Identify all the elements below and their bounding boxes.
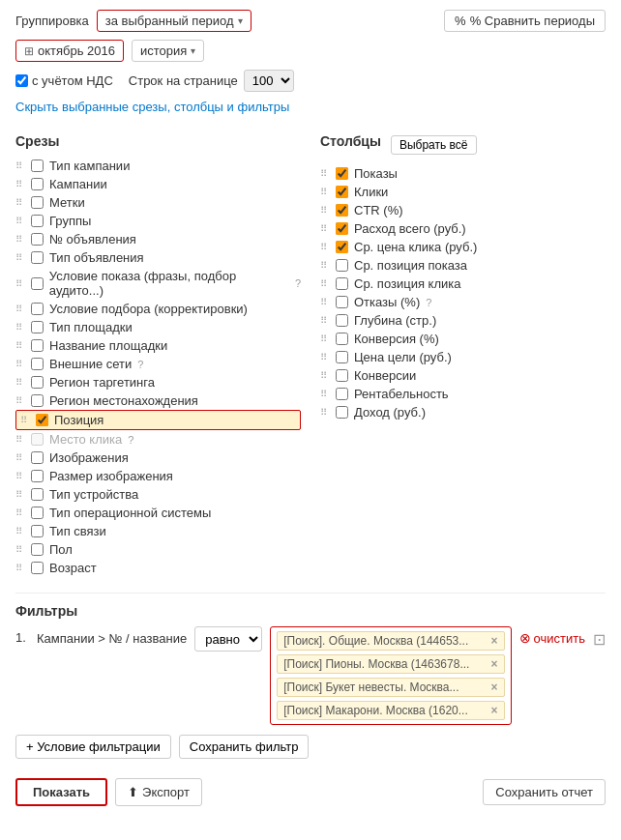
drag-handle-icon[interactable]: ⠿	[15, 216, 25, 226]
drag-handle-icon[interactable]: ⠿	[320, 333, 330, 344]
drag-handle-icon[interactable]: ⠿	[320, 187, 330, 197]
drag-handle-icon[interactable]: ⠿	[15, 359, 25, 369]
filter-delete-button[interactable]: ⊡	[593, 626, 606, 649]
slice-checkbox-os_type[interactable]	[31, 507, 44, 519]
date-picker-button[interactable]: ⊞ октябрь 2016	[15, 40, 124, 62]
toggle-slices-link[interactable]: Скрыть выбранные срезы, столбцы и фильтр…	[15, 100, 289, 114]
drag-handle-icon[interactable]: ⠿	[15, 544, 25, 555]
drag-handle-icon[interactable]: ⠿	[15, 563, 25, 573]
slice-checkbox-tags[interactable]	[31, 196, 44, 209]
drag-handle-icon[interactable]: ⠿	[15, 434, 25, 445]
add-filter-condition-button[interactable]: + Условие фильтрации	[15, 735, 171, 759]
slice-checkbox-image_size[interactable]	[31, 470, 44, 482]
column-checkbox-profitability[interactable]	[336, 388, 348, 400]
slice-checkbox-campaigns[interactable]	[31, 178, 44, 190]
column-checkbox-shows[interactable]	[336, 167, 348, 180]
column-checkbox-avg_show_pos[interactable]	[336, 259, 348, 272]
slice-checkbox-location_region[interactable]	[31, 394, 44, 407]
save-report-button[interactable]: Сохранить отчет	[483, 779, 606, 805]
info-icon[interactable]: ?	[426, 297, 431, 308]
grouping-dropdown[interactable]: за выбранный период ▾	[97, 10, 251, 32]
export-button[interactable]: ⬆ Экспорт	[115, 778, 202, 806]
slice-checkbox-site_name[interactable]	[31, 339, 44, 352]
tag-close-button[interactable]: ×	[491, 634, 498, 648]
column-checkbox-income[interactable]	[336, 406, 348, 419]
column-checkbox-clicks[interactable]	[336, 186, 348, 198]
drag-handle-icon[interactable]: ⠿	[15, 377, 25, 388]
drag-handle-icon[interactable]: ⠿	[15, 234, 25, 245]
drag-handle-icon[interactable]: ⠿	[15, 252, 25, 263]
column-checkbox-avg_click_price[interactable]	[336, 241, 348, 253]
drag-handle-icon[interactable]: ⠿	[15, 526, 25, 536]
ndc-checkbox-label[interactable]: с учётом НДС	[15, 73, 113, 88]
drag-handle-icon[interactable]: ⠿	[15, 160, 25, 171]
drag-handle-icon[interactable]: ⠿	[15, 395, 25, 406]
select-all-button[interactable]: Выбрать всё	[391, 135, 477, 155]
drag-handle-icon[interactable]: ⠿	[15, 489, 25, 500]
column-checkbox-total_cost[interactable]	[336, 222, 348, 235]
info-icon[interactable]: ?	[295, 277, 301, 289]
drag-handle-icon[interactable]: ⠿	[320, 389, 330, 399]
slice-checkbox-site_type[interactable]	[31, 321, 44, 333]
drag-handle-icon[interactable]: ⠿	[15, 179, 25, 189]
tag-close-button[interactable]: ×	[491, 657, 498, 671]
drag-handle-icon[interactable]: ⠿	[320, 205, 330, 216]
column-checkbox-bounces[interactable]	[336, 296, 348, 308]
drag-handle-icon[interactable]: ⠿	[15, 452, 25, 463]
slice-item-ad_num: ⠿№ объявления	[15, 230, 301, 248]
drag-handle-icon[interactable]: ⠿	[15, 278, 25, 289]
drag-handle-icon[interactable]: ⠿	[320, 168, 330, 179]
compare-periods-button[interactable]: % % Сравнить периоды	[444, 10, 606, 32]
tag-close-button[interactable]: ×	[491, 681, 498, 694]
column-checkbox-conversions[interactable]	[336, 369, 348, 382]
filter-clear-button[interactable]: ⊗ очистить	[519, 626, 585, 646]
drag-handle-icon[interactable]: ⠿	[320, 223, 330, 234]
drag-handle-icon[interactable]: ⠿	[320, 315, 330, 326]
info-icon[interactable]: ?	[137, 359, 143, 370]
slice-checkbox-click_place[interactable]	[31, 433, 44, 446]
rows-per-page-select[interactable]: 100 50 200	[244, 70, 294, 92]
slice-checkbox-ad_type[interactable]	[31, 251, 44, 264]
history-dropdown[interactable]: история ▾	[132, 40, 204, 62]
column-checkbox-ctr[interactable]	[336, 204, 348, 217]
tag-close-button[interactable]: ×	[491, 704, 498, 717]
slice-checkbox-device_type[interactable]	[31, 488, 44, 501]
columns-list: ⠿Показы⠿Клики⠿CTR (%)⠿Расход всего (руб.…	[320, 164, 606, 421]
drag-handle-icon[interactable]: ⠿	[15, 197, 25, 208]
slice-item-device_type: ⠿Тип устройства	[15, 485, 301, 504]
drag-handle-icon[interactable]: ⠿	[15, 507, 25, 518]
drag-handle-icon[interactable]: ⠿	[15, 304, 25, 314]
info-icon[interactable]: ?	[128, 434, 133, 446]
drag-handle-icon[interactable]: ⠿	[320, 407, 330, 418]
drag-handle-icon[interactable]: ⠿	[20, 415, 30, 425]
drag-handle-icon[interactable]: ⠿	[15, 471, 25, 481]
slice-checkbox-age[interactable]	[31, 562, 44, 574]
drag-handle-icon[interactable]: ⠿	[320, 242, 330, 252]
filter-operator-select[interactable]: равно	[194, 626, 262, 652]
slice-checkbox-target_region[interactable]	[31, 376, 44, 389]
slice-checkbox-groups[interactable]	[31, 215, 44, 227]
slice-checkbox-type_campaign[interactable]	[31, 159, 44, 172]
slice-checkbox-gender[interactable]	[31, 543, 44, 556]
save-filter-button[interactable]: Сохранить фильтр	[179, 735, 310, 759]
slice-checkbox-connection_type[interactable]	[31, 525, 44, 537]
slice-checkbox-images[interactable]	[31, 451, 44, 464]
drag-handle-icon[interactable]: ⠿	[15, 340, 25, 351]
slice-checkbox-ext_networks[interactable]	[31, 358, 44, 370]
drag-handle-icon[interactable]: ⠿	[320, 352, 330, 362]
slice-checkbox-show_condition[interactable]	[31, 277, 44, 290]
ndc-checkbox[interactable]	[15, 74, 28, 87]
column-checkbox-goal_price[interactable]	[336, 351, 348, 363]
drag-handle-icon[interactable]: ⠿	[320, 278, 330, 289]
drag-handle-icon[interactable]: ⠿	[15, 322, 25, 333]
slice-checkbox-position[interactable]	[36, 414, 48, 426]
slice-checkbox-ad_num[interactable]	[31, 233, 44, 246]
show-button[interactable]: Показать	[15, 778, 107, 806]
drag-handle-icon[interactable]: ⠿	[320, 370, 330, 381]
slice-checkbox-select_condition[interactable]	[31, 303, 44, 315]
column-checkbox-avg_click_pos[interactable]	[336, 277, 348, 290]
drag-handle-icon[interactable]: ⠿	[320, 260, 330, 271]
drag-handle-icon[interactable]: ⠿	[320, 297, 330, 307]
column-checkbox-depth[interactable]	[336, 314, 348, 327]
column-checkbox-conversion[interactable]	[336, 333, 348, 345]
